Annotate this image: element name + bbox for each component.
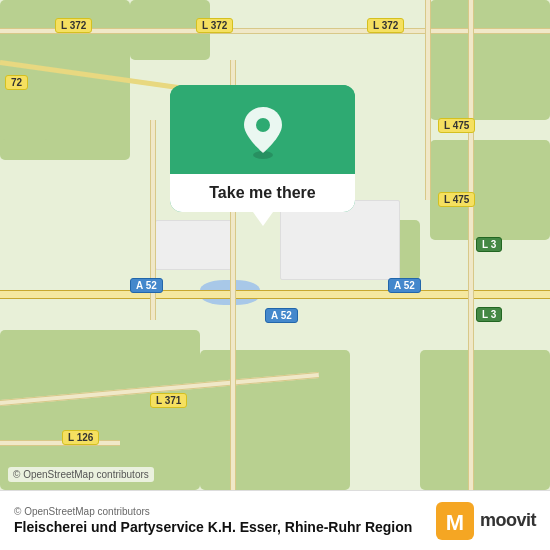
footer-attribution: © OpenStreetMap contributors: [14, 506, 436, 517]
road-label-a52-right: A 52: [388, 278, 421, 293]
footer-title: Fleischerei und Partyservice K.H. Esser,…: [14, 519, 436, 535]
road-label-l372-left: L 372: [55, 18, 92, 33]
popup-card: Take me there: [170, 85, 355, 212]
urban-area: [280, 200, 400, 280]
map-container: L 372 L 372 L 372 L 475 L 475 A 52 A 52 …: [0, 0, 550, 490]
urban-area: [155, 220, 235, 270]
road-label-l126: L 126: [62, 430, 99, 445]
forest-area: [0, 330, 200, 490]
popup-arrow: [253, 212, 273, 226]
footer: © OpenStreetMap contributors Fleischerei…: [0, 490, 550, 550]
road-label-l3-top: L 3: [476, 237, 502, 252]
forest-area: [420, 350, 550, 490]
road-label-l475-top: L 475: [438, 118, 475, 133]
road-label-l475-mid: L 475: [438, 192, 475, 207]
road-label-a52-center: A 52: [265, 308, 298, 323]
forest-area: [200, 350, 350, 490]
l126-road: [0, 440, 120, 446]
road-label-l371: L 371: [150, 393, 187, 408]
l3-road: [468, 0, 474, 490]
moovit-text: moovit: [480, 510, 536, 531]
moovit-icon: M: [436, 502, 474, 540]
road-label-l372-center: L 372: [196, 18, 233, 33]
road-label-72: 72: [5, 75, 28, 90]
forest-area: [430, 140, 550, 240]
road-label-a52-left: A 52: [130, 278, 163, 293]
svg-text:M: M: [446, 510, 464, 535]
moovit-logo: M moovit: [436, 502, 536, 540]
location-pin-icon: [241, 105, 285, 159]
map-attribution: © OpenStreetMap contributors: [8, 467, 154, 482]
footer-text: © OpenStreetMap contributors Fleischerei…: [14, 506, 436, 535]
l475-road: [425, 0, 431, 200]
road-label-l3-bottom: L 3: [476, 307, 502, 322]
svg-point-1: [256, 118, 270, 132]
road-label-l372-right: L 372: [367, 18, 404, 33]
forest-area: [430, 0, 550, 120]
forest-area: [0, 60, 50, 140]
take-me-there-button[interactable]: Take me there: [170, 174, 355, 212]
popup-icon-area: [170, 85, 355, 174]
